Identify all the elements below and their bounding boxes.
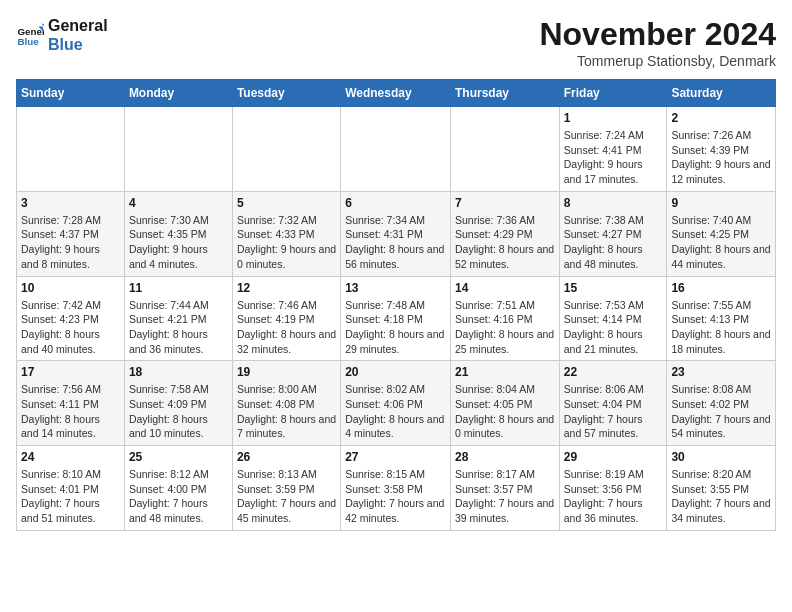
day-number: 12 <box>237 281 336 295</box>
calendar-cell: 28Sunrise: 8:17 AM Sunset: 3:57 PM Dayli… <box>450 446 559 531</box>
calendar-week-1: 3Sunrise: 7:28 AM Sunset: 4:37 PM Daylig… <box>17 191 776 276</box>
day-number: 8 <box>564 196 663 210</box>
day-number: 16 <box>671 281 771 295</box>
day-info: Sunrise: 7:24 AM Sunset: 4:41 PM Dayligh… <box>564 128 663 187</box>
day-number: 1 <box>564 111 663 125</box>
day-info: Sunrise: 7:53 AM Sunset: 4:14 PM Dayligh… <box>564 298 663 357</box>
calendar-cell: 11Sunrise: 7:44 AM Sunset: 4:21 PM Dayli… <box>124 276 232 361</box>
day-info: Sunrise: 8:10 AM Sunset: 4:01 PM Dayligh… <box>21 467 120 526</box>
calendar-cell: 19Sunrise: 8:00 AM Sunset: 4:08 PM Dayli… <box>232 361 340 446</box>
weekday-header-wednesday: Wednesday <box>341 80 451 107</box>
calendar-cell: 16Sunrise: 7:55 AM Sunset: 4:13 PM Dayli… <box>667 276 776 361</box>
weekday-header-friday: Friday <box>559 80 667 107</box>
day-info: Sunrise: 7:55 AM Sunset: 4:13 PM Dayligh… <box>671 298 771 357</box>
page-header: General Blue General Blue November 2024 … <box>16 16 776 69</box>
calendar-week-2: 10Sunrise: 7:42 AM Sunset: 4:23 PM Dayli… <box>17 276 776 361</box>
weekday-header-saturday: Saturday <box>667 80 776 107</box>
day-number: 10 <box>21 281 120 295</box>
calendar-cell: 13Sunrise: 7:48 AM Sunset: 4:18 PM Dayli… <box>341 276 451 361</box>
calendar-table: SundayMondayTuesdayWednesdayThursdayFrid… <box>16 79 776 531</box>
calendar-week-4: 24Sunrise: 8:10 AM Sunset: 4:01 PM Dayli… <box>17 446 776 531</box>
calendar-cell: 14Sunrise: 7:51 AM Sunset: 4:16 PM Dayli… <box>450 276 559 361</box>
day-info: Sunrise: 7:38 AM Sunset: 4:27 PM Dayligh… <box>564 213 663 272</box>
day-info: Sunrise: 7:28 AM Sunset: 4:37 PM Dayligh… <box>21 213 120 272</box>
calendar-cell: 18Sunrise: 7:58 AM Sunset: 4:09 PM Dayli… <box>124 361 232 446</box>
weekday-header-sunday: Sunday <box>17 80 125 107</box>
calendar-cell: 3Sunrise: 7:28 AM Sunset: 4:37 PM Daylig… <box>17 191 125 276</box>
weekday-header-thursday: Thursday <box>450 80 559 107</box>
calendar-cell: 1Sunrise: 7:24 AM Sunset: 4:41 PM Daylig… <box>559 107 667 192</box>
day-number: 17 <box>21 365 120 379</box>
calendar-cell: 6Sunrise: 7:34 AM Sunset: 4:31 PM Daylig… <box>341 191 451 276</box>
calendar-cell <box>17 107 125 192</box>
day-info: Sunrise: 7:36 AM Sunset: 4:29 PM Dayligh… <box>455 213 555 272</box>
day-number: 11 <box>129 281 228 295</box>
day-info: Sunrise: 7:56 AM Sunset: 4:11 PM Dayligh… <box>21 382 120 441</box>
day-number: 9 <box>671 196 771 210</box>
svg-text:Blue: Blue <box>17 36 39 47</box>
calendar-cell: 10Sunrise: 7:42 AM Sunset: 4:23 PM Dayli… <box>17 276 125 361</box>
day-number: 4 <box>129 196 228 210</box>
calendar-cell: 20Sunrise: 8:02 AM Sunset: 4:06 PM Dayli… <box>341 361 451 446</box>
calendar-cell <box>124 107 232 192</box>
calendar-week-0: 1Sunrise: 7:24 AM Sunset: 4:41 PM Daylig… <box>17 107 776 192</box>
calendar-cell: 9Sunrise: 7:40 AM Sunset: 4:25 PM Daylig… <box>667 191 776 276</box>
day-info: Sunrise: 7:46 AM Sunset: 4:19 PM Dayligh… <box>237 298 336 357</box>
day-number: 20 <box>345 365 446 379</box>
day-number: 3 <box>21 196 120 210</box>
day-number: 24 <box>21 450 120 464</box>
calendar-cell: 29Sunrise: 8:19 AM Sunset: 3:56 PM Dayli… <box>559 446 667 531</box>
calendar-cell: 15Sunrise: 7:53 AM Sunset: 4:14 PM Dayli… <box>559 276 667 361</box>
day-number: 13 <box>345 281 446 295</box>
calendar-cell: 21Sunrise: 8:04 AM Sunset: 4:05 PM Dayli… <box>450 361 559 446</box>
day-number: 18 <box>129 365 228 379</box>
day-info: Sunrise: 7:32 AM Sunset: 4:33 PM Dayligh… <box>237 213 336 272</box>
calendar-cell <box>450 107 559 192</box>
day-info: Sunrise: 8:12 AM Sunset: 4:00 PM Dayligh… <box>129 467 228 526</box>
calendar-cell: 5Sunrise: 7:32 AM Sunset: 4:33 PM Daylig… <box>232 191 340 276</box>
calendar-cell: 30Sunrise: 8:20 AM Sunset: 3:55 PM Dayli… <box>667 446 776 531</box>
day-info: Sunrise: 7:34 AM Sunset: 4:31 PM Dayligh… <box>345 213 446 272</box>
day-number: 6 <box>345 196 446 210</box>
calendar-cell: 24Sunrise: 8:10 AM Sunset: 4:01 PM Dayli… <box>17 446 125 531</box>
logo-icon: General Blue <box>16 21 44 49</box>
calendar-cell: 2Sunrise: 7:26 AM Sunset: 4:39 PM Daylig… <box>667 107 776 192</box>
day-number: 14 <box>455 281 555 295</box>
day-number: 26 <box>237 450 336 464</box>
day-info: Sunrise: 7:48 AM Sunset: 4:18 PM Dayligh… <box>345 298 446 357</box>
day-info: Sunrise: 7:26 AM Sunset: 4:39 PM Dayligh… <box>671 128 771 187</box>
calendar-cell: 8Sunrise: 7:38 AM Sunset: 4:27 PM Daylig… <box>559 191 667 276</box>
day-number: 2 <box>671 111 771 125</box>
day-number: 21 <box>455 365 555 379</box>
day-info: Sunrise: 7:44 AM Sunset: 4:21 PM Dayligh… <box>129 298 228 357</box>
logo: General Blue General Blue <box>16 16 108 54</box>
day-info: Sunrise: 7:40 AM Sunset: 4:25 PM Dayligh… <box>671 213 771 272</box>
day-info: Sunrise: 7:42 AM Sunset: 4:23 PM Dayligh… <box>21 298 120 357</box>
calendar-cell: 27Sunrise: 8:15 AM Sunset: 3:58 PM Dayli… <box>341 446 451 531</box>
calendar-cell: 7Sunrise: 7:36 AM Sunset: 4:29 PM Daylig… <box>450 191 559 276</box>
day-number: 15 <box>564 281 663 295</box>
calendar-cell: 23Sunrise: 8:08 AM Sunset: 4:02 PM Dayli… <box>667 361 776 446</box>
day-info: Sunrise: 7:51 AM Sunset: 4:16 PM Dayligh… <box>455 298 555 357</box>
calendar-cell: 17Sunrise: 7:56 AM Sunset: 4:11 PM Dayli… <box>17 361 125 446</box>
title-area: November 2024 Tommerup Stationsby, Denma… <box>539 16 776 69</box>
day-info: Sunrise: 8:04 AM Sunset: 4:05 PM Dayligh… <box>455 382 555 441</box>
calendar-cell: 25Sunrise: 8:12 AM Sunset: 4:00 PM Dayli… <box>124 446 232 531</box>
day-number: 28 <box>455 450 555 464</box>
day-info: Sunrise: 8:17 AM Sunset: 3:57 PM Dayligh… <box>455 467 555 526</box>
calendar-cell: 22Sunrise: 8:06 AM Sunset: 4:04 PM Dayli… <box>559 361 667 446</box>
calendar-cell <box>232 107 340 192</box>
day-number: 23 <box>671 365 771 379</box>
calendar-cell: 12Sunrise: 7:46 AM Sunset: 4:19 PM Dayli… <box>232 276 340 361</box>
weekday-header-tuesday: Tuesday <box>232 80 340 107</box>
day-number: 25 <box>129 450 228 464</box>
day-number: 29 <box>564 450 663 464</box>
day-info: Sunrise: 7:30 AM Sunset: 4:35 PM Dayligh… <box>129 213 228 272</box>
day-number: 7 <box>455 196 555 210</box>
calendar-week-3: 17Sunrise: 7:56 AM Sunset: 4:11 PM Dayli… <box>17 361 776 446</box>
calendar-header: SundayMondayTuesdayWednesdayThursdayFrid… <box>17 80 776 107</box>
day-info: Sunrise: 8:02 AM Sunset: 4:06 PM Dayligh… <box>345 382 446 441</box>
day-number: 27 <box>345 450 446 464</box>
month-title: November 2024 <box>539 16 776 53</box>
weekday-header-monday: Monday <box>124 80 232 107</box>
